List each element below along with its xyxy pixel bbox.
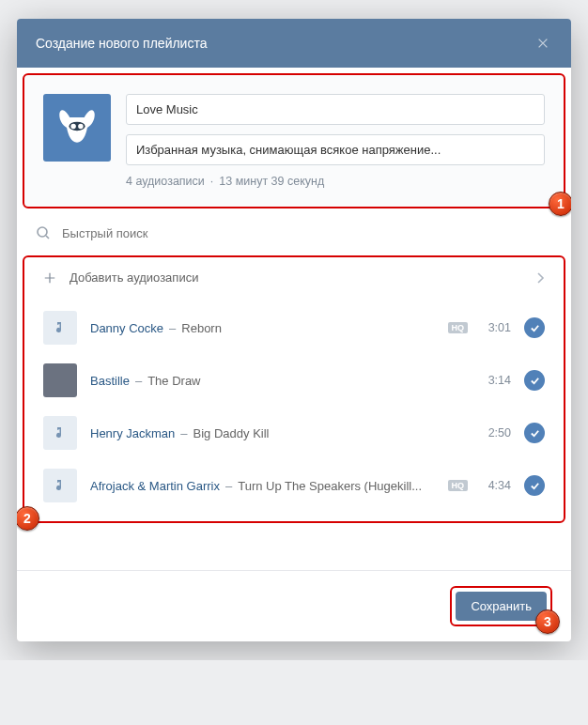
hq-badge: HQ <box>448 480 469 491</box>
search-row <box>17 214 571 252</box>
callout-2: 2 <box>17 506 39 531</box>
track-selected-check[interactable] <box>524 475 545 496</box>
close-icon <box>536 37 549 50</box>
playlist-fields: 4 аудиозаписи · 13 минут 39 секунд <box>126 94 545 188</box>
save-button[interactable]: Сохранить <box>456 592 547 621</box>
svg-point-3 <box>38 227 47 237</box>
add-tracks-label: Добавить аудиозаписи <box>70 270 522 285</box>
track-duration: 2:50 <box>481 426 511 440</box>
chevron-right-icon <box>535 271 545 285</box>
dog-mascot-icon <box>54 104 101 151</box>
tracks-section: Добавить аудиозаписи Danny Cocke – Rebor… <box>23 255 565 523</box>
music-note-icon <box>53 425 68 440</box>
track-duration: 3:14 <box>481 374 511 387</box>
track-artist: Afrojack & Martin Garrix <box>90 479 220 493</box>
track-title: The Draw <box>147 374 200 388</box>
check-icon <box>530 428 540 439</box>
check-icon <box>530 323 540 333</box>
search-icon <box>36 225 51 240</box>
svg-point-1 <box>70 124 75 129</box>
add-tracks-button[interactable]: Добавить аудиозаписи <box>24 257 564 298</box>
track-meta: Bastille – The Draw <box>90 374 468 388</box>
playlist-name-input[interactable] <box>126 94 545 125</box>
track-thumb <box>43 469 77 502</box>
music-note-icon <box>53 320 68 335</box>
playlist-description-input[interactable] <box>126 134 545 165</box>
music-note-icon <box>53 478 68 493</box>
track-title: Turn Up The Speakers (Hugekill... <box>238 479 422 493</box>
playlist-stats: 4 аудиозаписи · 13 минут 39 секунд <box>126 175 545 188</box>
track-selected-check[interactable] <box>524 317 545 338</box>
track-duration: 4:34 <box>481 479 511 492</box>
track-artist: Danny Cocke <box>90 321 163 335</box>
track-row[interactable]: Henry Jackman – Big Daddy Kill 2:50 <box>24 407 564 459</box>
search-input[interactable] <box>62 226 552 240</box>
track-list: Danny Cocke – Reborn HQ 3:01 Bastille – … <box>24 298 564 516</box>
callout-3: 3 <box>535 609 560 634</box>
track-meta: Afrojack & Martin Garrix – Turn Up The S… <box>90 479 435 493</box>
playlist-cover[interactable] <box>43 94 111 162</box>
track-title: Big Daddy Kill <box>193 426 270 440</box>
track-artist: Bastille <box>90 374 130 388</box>
track-thumb <box>43 416 77 450</box>
track-row[interactable]: Danny Cocke – Reborn HQ 3:01 <box>24 301 564 354</box>
check-icon <box>530 376 540 386</box>
playlist-info-section: 4 аудиозаписи · 13 минут 39 секунд 1 <box>23 73 565 208</box>
track-meta: Danny Cocke – Reborn <box>90 321 435 335</box>
track-count: 4 аудиозаписи <box>126 175 205 188</box>
track-thumb <box>43 311 77 345</box>
track-artist: Henry Jackman <box>90 426 175 440</box>
track-meta: Henry Jackman – Big Daddy Kill <box>90 426 468 440</box>
modal-title: Создание нового плейлиста <box>36 36 207 51</box>
track-selected-check[interactable] <box>524 423 545 443</box>
track-row[interactable]: Afrojack & Martin Garrix – Turn Up The S… <box>24 459 564 512</box>
track-selected-check[interactable] <box>524 370 545 391</box>
track-duration: 3:01 <box>481 321 511 334</box>
modal-header: Создание нового плейлиста <box>17 19 571 68</box>
modal-footer: Сохранить 3 <box>17 570 571 641</box>
close-button[interactable] <box>534 34 552 53</box>
create-playlist-modal: Создание нового плейлиста 4 аудиозаписи … <box>17 19 571 641</box>
callout-1: 1 <box>549 192 571 216</box>
save-highlight: Сохранить 3 <box>450 586 552 626</box>
check-icon <box>530 481 540 491</box>
total-duration: 13 минут 39 секунд <box>219 175 324 188</box>
hq-badge: HQ <box>448 322 469 333</box>
track-thumb <box>43 363 77 397</box>
svg-point-2 <box>78 124 83 129</box>
track-title: Reborn <box>181 321 222 335</box>
track-row[interactable]: Bastille – The Draw 3:14 <box>24 354 564 407</box>
plus-icon <box>43 271 56 285</box>
